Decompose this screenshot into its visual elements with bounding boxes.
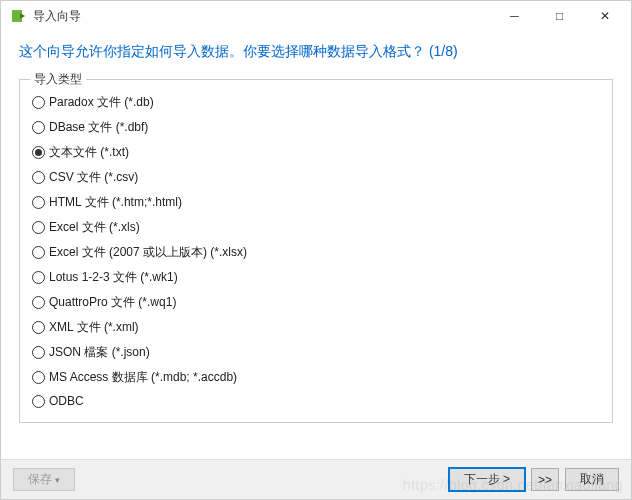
maximize-icon: □ xyxy=(556,9,563,23)
radio-icon xyxy=(32,371,45,384)
import-type-option[interactable]: Paradox 文件 (*.db) xyxy=(32,90,600,115)
radio-icon xyxy=(32,221,45,234)
import-type-group: 导入类型 Paradox 文件 (*.db)DBase 文件 (*.dbf)文本… xyxy=(19,79,613,423)
import-type-option[interactable]: QuattroPro 文件 (*.wq1) xyxy=(32,290,600,315)
wizard-headline: 这个向导允许你指定如何导入数据。你要选择哪种数据导入格式？ (1/8) xyxy=(1,31,631,79)
option-label: QuattroPro 文件 (*.wq1) xyxy=(49,294,176,311)
option-label: Excel 文件 (2007 或以上版本) (*.xlsx) xyxy=(49,244,247,261)
import-type-option[interactable]: DBase 文件 (*.dbf) xyxy=(32,115,600,140)
import-type-option[interactable]: MS Access 数据库 (*.mdb; *.accdb) xyxy=(32,365,600,390)
import-type-option[interactable]: CSV 文件 (*.csv) xyxy=(32,165,600,190)
titlebar: 导入向导 ─ □ ✕ xyxy=(1,1,631,31)
group-legend: 导入类型 xyxy=(30,71,86,88)
radio-icon xyxy=(32,171,45,184)
option-label: Lotus 1-2-3 文件 (*.wk1) xyxy=(49,269,178,286)
option-label: HTML 文件 (*.htm;*.html) xyxy=(49,194,182,211)
window-title: 导入向导 xyxy=(33,8,81,25)
next-label: 下一步 > xyxy=(464,471,510,488)
minimize-icon: ─ xyxy=(510,9,519,23)
cancel-button[interactable]: 取消 xyxy=(565,468,619,491)
radio-icon xyxy=(32,346,45,359)
caret-down-icon: ▾ xyxy=(55,475,60,485)
radio-icon xyxy=(32,321,45,334)
radio-icon xyxy=(32,121,45,134)
close-icon: ✕ xyxy=(600,9,610,23)
import-type-option[interactable]: Lotus 1-2-3 文件 (*.wk1) xyxy=(32,265,600,290)
option-label: CSV 文件 (*.csv) xyxy=(49,169,138,186)
option-label: Paradox 文件 (*.db) xyxy=(49,94,154,111)
radio-icon xyxy=(32,296,45,309)
option-label: XML 文件 (*.xml) xyxy=(49,319,139,336)
close-button[interactable]: ✕ xyxy=(582,1,627,31)
expand-button[interactable]: >> xyxy=(531,468,559,491)
import-type-option[interactable]: JSON 檔案 (*.json) xyxy=(32,340,600,365)
app-icon xyxy=(11,8,27,24)
expand-label: >> xyxy=(538,473,552,487)
option-label: 文本文件 (*.txt) xyxy=(49,144,129,161)
option-label: Excel 文件 (*.xls) xyxy=(49,219,140,236)
radio-icon xyxy=(32,196,45,209)
radio-icon xyxy=(32,271,45,284)
option-label: JSON 檔案 (*.json) xyxy=(49,344,150,361)
save-label: 保存 xyxy=(28,471,52,488)
import-type-option[interactable]: ODBC xyxy=(32,390,600,412)
option-label: MS Access 数据库 (*.mdb; *.accdb) xyxy=(49,369,237,386)
minimize-button[interactable]: ─ xyxy=(492,1,537,31)
save-button[interactable]: 保存 ▾ xyxy=(13,468,75,491)
next-button[interactable]: 下一步 > xyxy=(449,468,525,491)
maximize-button[interactable]: □ xyxy=(537,1,582,31)
radio-icon xyxy=(32,246,45,259)
cancel-label: 取消 xyxy=(580,471,604,488)
import-type-option[interactable]: 文本文件 (*.txt) xyxy=(32,140,600,165)
option-label: DBase 文件 (*.dbf) xyxy=(49,119,148,136)
radio-icon xyxy=(32,96,45,109)
option-label: ODBC xyxy=(49,394,84,408)
import-type-option[interactable]: XML 文件 (*.xml) xyxy=(32,315,600,340)
radio-icon xyxy=(32,146,45,159)
footer-bar: 保存 ▾ 下一步 > >> 取消 xyxy=(1,459,631,499)
radio-icon xyxy=(32,395,45,408)
import-type-option[interactable]: Excel 文件 (*.xls) xyxy=(32,215,600,240)
import-type-option[interactable]: HTML 文件 (*.htm;*.html) xyxy=(32,190,600,215)
import-type-option[interactable]: Excel 文件 (2007 或以上版本) (*.xlsx) xyxy=(32,240,600,265)
